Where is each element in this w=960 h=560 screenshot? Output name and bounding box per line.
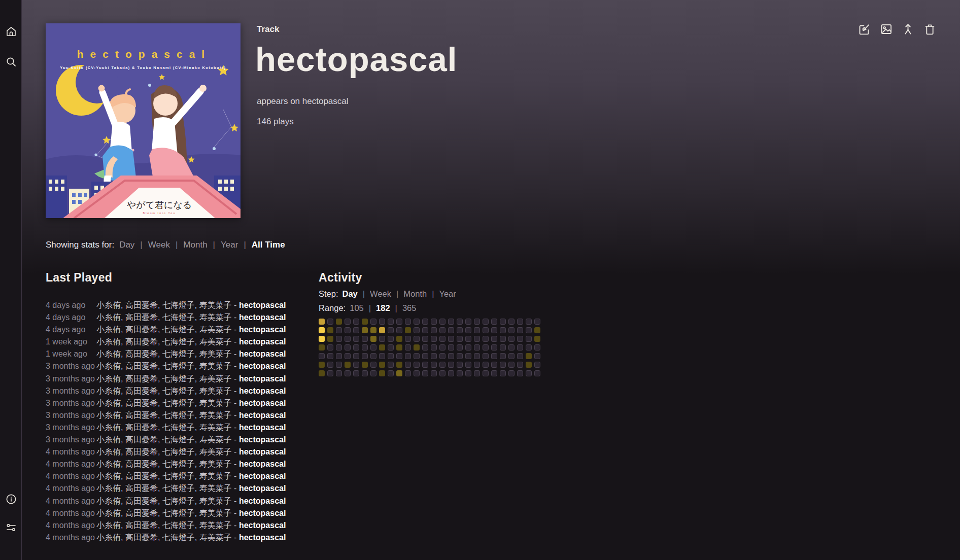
track-link[interactable]: hectopascal bbox=[239, 301, 286, 309]
heatmap-cell[interactable] bbox=[422, 319, 428, 325]
heatmap-cell[interactable] bbox=[491, 327, 497, 333]
heatmap-cell[interactable] bbox=[526, 327, 532, 333]
heatmap-cell[interactable] bbox=[379, 353, 385, 359]
heatmap-cell[interactable] bbox=[336, 362, 342, 368]
heatmap-cell[interactable] bbox=[508, 327, 515, 333]
heatmap-cell[interactable] bbox=[474, 353, 480, 359]
heatmap-cell[interactable] bbox=[396, 370, 402, 376]
heatmap-cell[interactable] bbox=[465, 353, 471, 359]
artist-links[interactable]: 小糸侑, 高田憂希, 七海燈子, 寿美菜子 bbox=[96, 387, 232, 395]
track-link[interactable]: hectopascal bbox=[239, 411, 286, 419]
heatmap-cell[interactable] bbox=[319, 344, 325, 351]
heatmap-cell[interactable] bbox=[405, 319, 411, 325]
heatmap-cell[interactable] bbox=[500, 319, 506, 325]
heatmap-cell[interactable] bbox=[439, 319, 445, 325]
heatmap-cell[interactable] bbox=[396, 327, 402, 333]
heatmap-cell[interactable] bbox=[414, 319, 420, 325]
heatmap-cell[interactable] bbox=[448, 344, 454, 351]
heatmap-cell[interactable] bbox=[362, 370, 368, 376]
heatmap-cell[interactable] bbox=[508, 353, 515, 359]
heatmap-cell[interactable] bbox=[474, 362, 480, 368]
heatmap-cell[interactable] bbox=[327, 353, 333, 359]
track-link[interactable]: hectopascal bbox=[239, 374, 286, 383]
artist-links[interactable]: 小糸侑, 高田憂希, 七海燈子, 寿美菜子 bbox=[96, 399, 232, 407]
heatmap-cell[interactable] bbox=[500, 327, 506, 333]
heatmap-cell[interactable] bbox=[362, 344, 368, 351]
image-icon[interactable] bbox=[879, 22, 893, 36]
heatmap-cell[interactable] bbox=[465, 362, 471, 368]
heatmap-cell[interactable] bbox=[414, 353, 420, 359]
heatmap-cell[interactable] bbox=[457, 327, 463, 333]
heatmap-cell[interactable] bbox=[431, 353, 437, 359]
heatmap-cell[interactable] bbox=[517, 353, 523, 359]
heatmap-cell[interactable] bbox=[414, 336, 420, 342]
heatmap-cell[interactable] bbox=[396, 336, 402, 342]
artist-links[interactable]: 小糸侑, 高田憂希, 七海燈子, 寿美菜子 bbox=[96, 411, 232, 419]
track-link[interactable]: hectopascal bbox=[239, 399, 286, 407]
heatmap-cell[interactable] bbox=[370, 344, 376, 351]
heatmap-cell[interactable] bbox=[474, 336, 480, 342]
heatmap-cell[interactable] bbox=[336, 353, 342, 359]
heatmap-cell[interactable] bbox=[474, 319, 480, 325]
heatmap-cell[interactable] bbox=[319, 362, 325, 368]
step-option-week[interactable]: Week bbox=[370, 289, 391, 298]
heatmap-cell[interactable] bbox=[345, 336, 351, 342]
heatmap-cell[interactable] bbox=[353, 362, 359, 368]
heatmap-cell[interactable] bbox=[405, 370, 411, 376]
heatmap-cell[interactable] bbox=[370, 336, 376, 342]
heatmap-cell[interactable] bbox=[388, 353, 394, 359]
heatmap-cell[interactable] bbox=[414, 362, 420, 368]
heatmap-cell[interactable] bbox=[405, 353, 411, 359]
heatmap-cell[interactable] bbox=[345, 362, 351, 368]
heatmap-cell[interactable] bbox=[526, 336, 532, 342]
heatmap-cell[interactable] bbox=[483, 336, 489, 342]
heatmap-cell[interactable] bbox=[500, 336, 506, 342]
heatmap-cell[interactable] bbox=[439, 344, 445, 351]
heatmap-cell[interactable] bbox=[508, 336, 515, 342]
artist-links[interactable]: 小糸侑, 高田憂希, 七海燈子, 寿美菜子 bbox=[96, 484, 232, 493]
heatmap-cell[interactable] bbox=[431, 319, 437, 325]
heatmap-cell[interactable] bbox=[500, 344, 506, 351]
heatmap-cell[interactable] bbox=[405, 327, 411, 333]
heatmap-cell[interactable] bbox=[362, 319, 368, 325]
heatmap-cell[interactable] bbox=[353, 336, 359, 342]
stats-option-day[interactable]: Day bbox=[119, 240, 134, 250]
heatmap-cell[interactable] bbox=[422, 362, 428, 368]
stats-option-month[interactable]: Month bbox=[183, 240, 207, 250]
range-option-182[interactable]: 182 bbox=[376, 303, 390, 312]
track-link[interactable]: hectopascal bbox=[239, 460, 286, 468]
heatmap-cell[interactable] bbox=[431, 327, 437, 333]
track-link[interactable]: hectopascal bbox=[239, 533, 286, 542]
track-link[interactable]: hectopascal bbox=[239, 337, 286, 346]
heatmap-cell[interactable] bbox=[388, 319, 394, 325]
heatmap-cell[interactable] bbox=[362, 362, 368, 368]
heatmap-cell[interactable] bbox=[457, 319, 463, 325]
heatmap-cell[interactable] bbox=[405, 362, 411, 368]
track-link[interactable]: hectopascal bbox=[239, 521, 286, 530]
heatmap-cell[interactable] bbox=[500, 362, 506, 368]
track-link[interactable]: hectopascal bbox=[239, 362, 286, 370]
heatmap-cell[interactable] bbox=[474, 370, 480, 376]
heatmap-cell[interactable] bbox=[491, 353, 497, 359]
stats-option-all-time[interactable]: All Time bbox=[252, 240, 285, 250]
heatmap-cell[interactable] bbox=[508, 362, 515, 368]
track-link[interactable]: hectopascal bbox=[239, 387, 286, 395]
artist-links[interactable]: 小糸侑, 高田憂希, 七海燈子, 寿美菜子 bbox=[96, 460, 232, 468]
artist-links[interactable]: 小糸侑, 高田憂希, 七海燈子, 寿美菜子 bbox=[96, 349, 232, 358]
heatmap-cell[interactable] bbox=[379, 336, 385, 342]
heatmap-cell[interactable] bbox=[431, 362, 437, 368]
heatmap-cell[interactable] bbox=[396, 353, 402, 359]
artist-links[interactable]: 小糸侑, 高田憂希, 七海燈子, 寿美菜子 bbox=[96, 447, 232, 456]
heatmap-cell[interactable] bbox=[319, 370, 325, 376]
artist-links[interactable]: 小糸侑, 高田憂希, 七海燈子, 寿美菜子 bbox=[96, 325, 232, 334]
heatmap-cell[interactable] bbox=[517, 362, 523, 368]
stats-option-year[interactable]: Year bbox=[221, 240, 238, 250]
heatmap-cell[interactable] bbox=[370, 319, 376, 325]
heatmap-cell[interactable] bbox=[422, 370, 428, 376]
heatmap-cell[interactable] bbox=[345, 344, 351, 351]
heatmap-cell[interactable] bbox=[465, 327, 471, 333]
heatmap-cell[interactable] bbox=[534, 327, 540, 333]
heatmap-cell[interactable] bbox=[500, 353, 506, 359]
heatmap-cell[interactable] bbox=[491, 319, 497, 325]
track-link[interactable]: hectopascal bbox=[239, 447, 286, 456]
